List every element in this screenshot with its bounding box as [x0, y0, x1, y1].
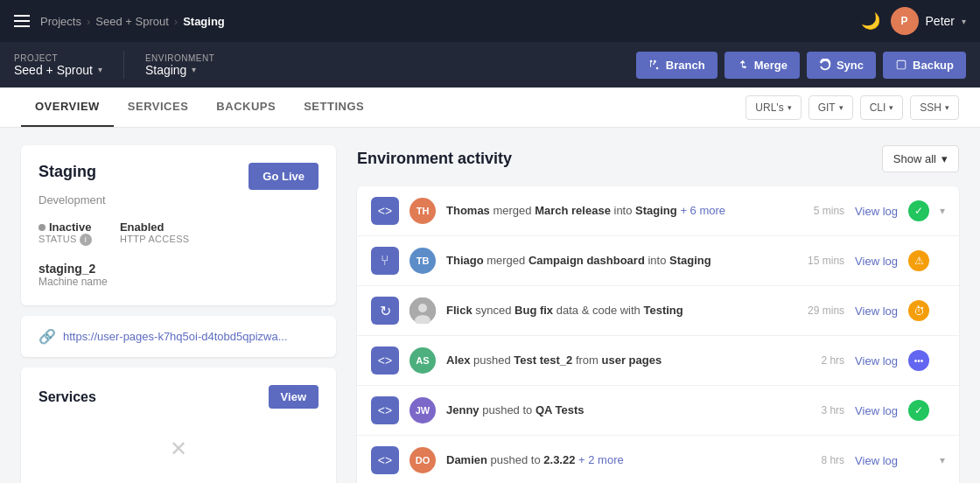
- activity-item: ⑂ TB Thiago merged Campaign dashboard in…: [357, 236, 959, 286]
- breadcrumb-staging: Staging: [183, 15, 225, 28]
- backup-button[interactable]: Backup: [883, 52, 966, 79]
- avatar: P: [891, 7, 919, 35]
- inactive-status: Inactive: [38, 220, 92, 234]
- branch-button[interactable]: Branch: [636, 52, 718, 79]
- http-access-value: Enabled: [120, 220, 190, 234]
- activity-branch-icon: ⑂: [371, 247, 399, 275]
- machine-name-label: Machine name: [38, 276, 318, 288]
- avatar-jw: JW: [410, 397, 436, 424]
- tab-services[interactable]: SERVICES: [114, 88, 203, 127]
- branch-label: Branch: [666, 59, 705, 72]
- inactive-dot-icon: [38, 224, 46, 231]
- branch-icon: [648, 59, 661, 71]
- tab-settings[interactable]: SETTINGS: [290, 88, 378, 127]
- services-title: Services: [38, 389, 96, 405]
- env-card-header: Staging Go Live: [38, 163, 318, 190]
- sub-header-selectors: PROJECT Seed + Sprout ▾ ENVIRONMENT Stag…: [14, 51, 214, 79]
- http-access-item: Enabled Http access: [120, 220, 190, 248]
- activity-text: Flick synced Bug fix data & code with Te…: [446, 303, 786, 318]
- user-menu[interactable]: P Peter ▾: [891, 7, 966, 35]
- backup-icon: [895, 59, 907, 71]
- activity-time: 5 mins: [796, 205, 844, 217]
- project-selector[interactable]: PROJECT Seed + Sprout ▾: [14, 53, 102, 77]
- activity-item: <> TH Thomas merged March release into S…: [357, 186, 959, 236]
- view-log-link[interactable]: View log: [855, 255, 898, 268]
- services-empty-icon: ✕: [170, 437, 187, 461]
- show-all-chevron-icon: ▾: [942, 152, 948, 165]
- tab-backups[interactable]: BACKUPS: [202, 88, 290, 127]
- breadcrumb-sep1: ›: [87, 15, 90, 28]
- status-badge-clock: ⏱: [908, 300, 929, 321]
- tab-overview[interactable]: OVERVIEW: [21, 88, 114, 127]
- git-chevron-icon: ▾: [839, 103, 844, 112]
- view-log-link[interactable]: View log: [855, 304, 898, 318]
- breadcrumb-projects[interactable]: Projects: [40, 15, 81, 28]
- view-log-link[interactable]: View log: [855, 205, 898, 218]
- activity-time: 2 hrs: [796, 354, 844, 367]
- backup-label: Backup: [913, 59, 954, 72]
- cli-chevron-icon: ▾: [889, 103, 893, 112]
- activity-time: 3 hrs: [796, 404, 844, 416]
- ssh-dropdown[interactable]: SSH ▾: [910, 95, 959, 120]
- env-status-row: Inactive Status i Enabled Http access: [38, 220, 318, 248]
- selector-divider: [123, 51, 124, 79]
- activity-time: 8 hrs: [796, 454, 844, 466]
- services-placeholder: ✕: [38, 423, 318, 475]
- show-all-button[interactable]: Show all ▾: [882, 145, 959, 172]
- avatar-fl: [410, 298, 436, 324]
- merge-icon: [737, 59, 749, 71]
- activity-chevron-icon[interactable]: ▾: [940, 454, 945, 466]
- activity-item: ↻ Flick synced Bug fix data & code with …: [357, 286, 959, 336]
- avatar-do: DO: [410, 447, 436, 473]
- theme-toggle-icon[interactable]: 🌙: [861, 11, 880, 31]
- sub-header: PROJECT Seed + Sprout ▾ ENVIRONMENT Stag…: [0, 42, 980, 88]
- status-info-icon[interactable]: i: [80, 234, 92, 246]
- git-dropdown[interactable]: GIT ▾: [808, 95, 853, 120]
- activity-tag[interactable]: + 6 more: [680, 204, 725, 217]
- cli-dropdown[interactable]: CLI ▾: [860, 95, 904, 120]
- hamburger-menu[interactable]: [14, 15, 30, 27]
- services-card: Services View ✕: [21, 368, 336, 483]
- check-icon: ✓: [914, 205, 923, 217]
- tabs-actions: URL's ▾ GIT ▾ CLI ▾ SSH ▾: [746, 95, 959, 120]
- activity-text: Jenny pushed to QA Tests: [446, 402, 786, 418]
- tabs-row: OVERVIEW SERVICES BACKUPS SETTINGS URL's…: [0, 88, 980, 128]
- activity-text: Damien pushed to 2.3.22 + 2 more: [446, 452, 786, 468]
- view-log-link[interactable]: View log: [855, 454, 898, 467]
- http-access-label: Http access: [120, 234, 190, 244]
- sync-button[interactable]: Sync: [807, 52, 876, 79]
- breadcrumb: Projects › Seed + Sprout › Staging: [40, 15, 225, 28]
- top-nav: Projects › Seed + Sprout › Staging 🌙 P P…: [0, 0, 980, 42]
- activity-code-icon: <>: [371, 346, 399, 374]
- env-value: Staging: [145, 63, 186, 77]
- view-log-link[interactable]: View log: [855, 354, 898, 368]
- go-live-button[interactable]: Go Live: [248, 163, 318, 190]
- services-view-button[interactable]: View: [269, 385, 318, 409]
- top-nav-right: 🌙 P Peter ▾: [861, 7, 966, 35]
- activity-tag[interactable]: + 2 more: [578, 453, 624, 466]
- clock-icon: ⏱: [914, 304, 925, 318]
- activity-chevron-icon[interactable]: ▾: [940, 205, 945, 217]
- env-card-title: Staging: [38, 163, 96, 181]
- activity-header: Environment activity Show all ▾: [357, 145, 959, 172]
- show-all-label: Show all: [893, 152, 936, 165]
- sync-icon: [819, 59, 831, 71]
- merge-label: Merge: [754, 59, 788, 72]
- env-value-row: Staging ▾: [145, 63, 214, 77]
- machine-name-value: staging_2: [38, 262, 318, 276]
- view-log-link[interactable]: View log: [855, 404, 898, 417]
- main-tabs: OVERVIEW SERVICES BACKUPS SETTINGS: [21, 88, 378, 127]
- breadcrumb-seed-sprout[interactable]: Seed + Sprout: [95, 15, 168, 28]
- status-value: Inactive: [49, 220, 91, 234]
- env-label: ENVIRONMENT: [145, 53, 214, 63]
- merge-button[interactable]: Merge: [724, 52, 800, 79]
- project-value: Seed + Sprout: [14, 63, 93, 77]
- activity-code-icon: <>: [371, 446, 399, 474]
- project-value-row: Seed + Sprout ▾: [14, 63, 102, 77]
- environment-url[interactable]: https://user-pages-k7hq5oi-d4tobd5qpizwa…: [63, 330, 288, 343]
- sync-label: Sync: [836, 59, 864, 72]
- environment-selector[interactable]: ENVIRONMENT Staging ▾: [145, 53, 214, 77]
- status-label: Status i: [38, 234, 92, 246]
- env-chevron-icon: ▾: [192, 65, 196, 74]
- urls-dropdown[interactable]: URL's ▾: [746, 95, 801, 120]
